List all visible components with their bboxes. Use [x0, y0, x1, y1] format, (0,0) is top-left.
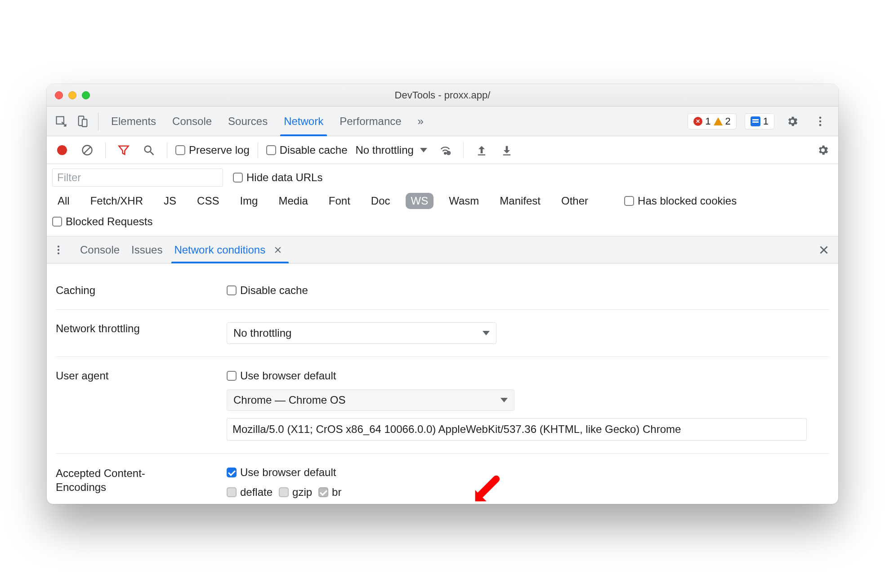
error-icon	[693, 117, 702, 126]
encodings-label: Accepted Content- Encodings	[56, 466, 227, 494]
tab-label: Network	[284, 115, 323, 128]
enc-deflate-checkbox: deflate	[227, 486, 273, 499]
network-conditions-icon[interactable]	[435, 140, 455, 160]
blocked-requests-label: Blocked Requests	[66, 215, 152, 228]
chevron-down-icon	[483, 331, 490, 335]
type-filter-wasm[interactable]: Wasm	[443, 193, 484, 209]
type-filter-fetch-xhr[interactable]: Fetch/XHR	[85, 193, 148, 209]
main-tabs-bar: Elements Console Sources Network Perform…	[47, 107, 838, 136]
warning-icon	[714, 117, 723, 125]
tab-performance[interactable]: Performance	[340, 107, 401, 136]
close-tab-icon[interactable]	[270, 242, 286, 258]
encodings-use-default-label: Use browser default	[240, 466, 336, 479]
ua-use-default-label: Use browser default	[240, 370, 336, 382]
svg-line-7	[84, 146, 91, 153]
issues-badge[interactable]: 1	[745, 113, 774, 129]
svg-rect-12	[478, 154, 485, 155]
drawer-tab-console[interactable]: Console	[80, 236, 120, 263]
tab-console[interactable]: Console	[172, 107, 212, 136]
type-filter-media[interactable]: Media	[273, 193, 313, 209]
ua-preset-select[interactable]: Chrome — Chrome OS	[227, 389, 514, 411]
tab-more-label: »	[418, 115, 424, 128]
throttling-select-full[interactable]: No throttling	[227, 322, 496, 344]
row-throttling: Network throttling No throttling	[56, 310, 829, 357]
hide-data-urls-checkbox[interactable]: Hide data URLs	[233, 171, 322, 184]
inspect-icon[interactable]	[51, 111, 71, 131]
chevron-down-icon	[501, 398, 508, 402]
svg-point-10	[444, 152, 446, 154]
svg-point-5	[819, 124, 822, 126]
close-drawer-icon[interactable]	[816, 242, 832, 258]
blocked-requests-checkbox[interactable]: Blocked Requests	[52, 215, 152, 228]
ua-use-default-checkbox[interactable]: Use browser default	[227, 370, 336, 382]
search-icon[interactable]	[139, 140, 159, 160]
titlebar: DevTools - proxx.app/	[47, 84, 838, 107]
svg-point-16	[58, 252, 59, 254]
tab-sources[interactable]: Sources	[228, 107, 268, 136]
drawer-menu-icon[interactable]	[49, 244, 68, 256]
tab-label: Elements	[111, 115, 156, 128]
type-filter-doc[interactable]: Doc	[366, 193, 396, 209]
tab-more[interactable]: »	[418, 107, 424, 136]
record-button[interactable]	[52, 140, 72, 160]
throttling-select[interactable]: No throttling	[353, 144, 429, 156]
ua-string-value: Mozilla/5.0 (X11; CrOS x86_64 10066.0.0)…	[232, 423, 681, 436]
tab-elements[interactable]: Elements	[111, 107, 156, 136]
ua-string-input[interactable]: Mozilla/5.0 (X11; CrOS x86_64 10066.0.0)…	[227, 418, 807, 441]
encodings-use-default-checkbox[interactable]: Use browser default	[227, 466, 336, 479]
has-blocked-cookies-checkbox[interactable]: Has blocked cookies	[624, 195, 737, 207]
tab-label: Console	[172, 115, 212, 128]
svg-point-3	[819, 116, 822, 119]
divider	[105, 142, 106, 158]
drawer-tab-network-conditions[interactable]: Network conditions	[174, 236, 286, 263]
caching-disable-checkbox[interactable]: Disable cache	[227, 284, 308, 297]
drawer-tab-label: Console	[80, 244, 120, 256]
clear-icon[interactable]	[77, 140, 97, 160]
type-filter-manifest[interactable]: Manifest	[494, 193, 546, 209]
drawer-tab-issues[interactable]: Issues	[131, 236, 162, 263]
divider	[167, 142, 167, 158]
errors-warnings-badge[interactable]: 1 2	[688, 113, 737, 129]
enc-br-label: br	[332, 486, 341, 499]
filter-icon[interactable]	[114, 140, 134, 160]
type-filter-ws[interactable]: WS	[406, 193, 434, 209]
window-title: DevTools - proxx.app/	[47, 89, 838, 101]
tab-label: Sources	[228, 115, 268, 128]
row-user-agent: User agent Use browser default Chrome — …	[56, 357, 829, 454]
svg-point-8	[145, 146, 151, 152]
disable-cache-label: Disable cache	[280, 144, 348, 156]
type-filter-css[interactable]: CSS	[192, 193, 224, 209]
tab-network[interactable]: Network	[284, 107, 323, 136]
type-filter-img[interactable]: Img	[234, 193, 263, 209]
row-encodings: Accepted Content- Encodings Use browser …	[56, 454, 829, 499]
filter-input[interactable]: Filter	[52, 169, 223, 187]
disable-cache-checkbox[interactable]: Disable cache	[266, 144, 348, 156]
filter-placeholder: Filter	[57, 171, 81, 184]
issues-count: 1	[763, 116, 769, 127]
encodings-label-line2: Encodings	[56, 481, 106, 493]
network-settings-icon[interactable]	[813, 140, 833, 160]
caching-disable-label: Disable cache	[240, 284, 308, 297]
device-toolbar-icon[interactable]	[73, 111, 93, 131]
type-filter-js[interactable]: JS	[158, 193, 182, 209]
type-filter-all[interactable]: All	[52, 193, 75, 209]
errors-count: 1	[705, 116, 711, 127]
enc-gzip-label: gzip	[292, 486, 312, 499]
preserve-log-checkbox[interactable]: Preserve log	[175, 144, 250, 156]
svg-rect-13	[503, 154, 510, 155]
download-har-icon[interactable]	[497, 140, 517, 160]
drawer-tab-label: Issues	[131, 244, 162, 256]
tab-label: Performance	[340, 115, 401, 128]
network-filter-bar: Filter Hide data URLs AllFetch/XHRJSCSSI…	[47, 164, 838, 236]
divider	[463, 142, 464, 158]
row-caching: Caching Disable cache	[56, 272, 829, 310]
type-filter-font[interactable]: Font	[323, 193, 356, 209]
type-filter-other[interactable]: Other	[556, 193, 594, 209]
upload-har-icon[interactable]	[472, 140, 492, 160]
svg-point-15	[58, 249, 59, 250]
caching-label: Caching	[56, 284, 227, 297]
kebab-icon[interactable]	[810, 111, 830, 131]
drawer-tabs-bar: Console Issues Network conditions	[47, 236, 838, 263]
enc-gzip-checkbox: gzip	[279, 486, 312, 499]
settings-icon[interactable]	[782, 111, 802, 131]
